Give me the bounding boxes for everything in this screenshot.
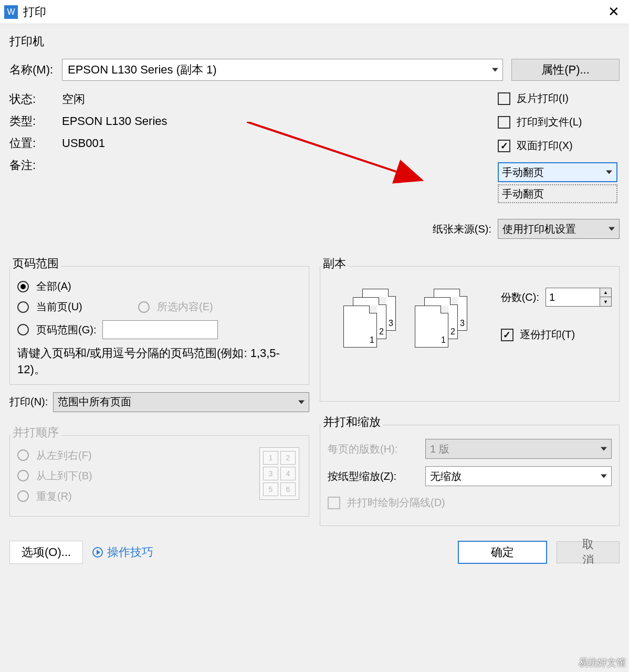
type-value: EPSON L130 Series xyxy=(62,114,167,128)
copies-input[interactable]: 1 xyxy=(546,288,600,307)
paper-source-label: 纸张来源(S): xyxy=(433,222,491,236)
play-icon xyxy=(92,547,103,558)
order-preview-icon: 123456 xyxy=(259,447,299,500)
draw-divider-checkbox: 并打时绘制分隔线(D) xyxy=(328,496,612,510)
spinner-down-icon[interactable]: ▼ xyxy=(600,297,611,306)
tofile-label: 打印到文件(L) xyxy=(517,115,582,129)
note-label: 备注: xyxy=(9,158,62,173)
radio-icon xyxy=(17,301,29,313)
copies-spinner[interactable]: ▲▼ xyxy=(600,288,612,307)
status-value: 空闲 xyxy=(62,91,85,107)
ok-button[interactable]: 确定 xyxy=(458,541,547,564)
order-repeat-radio: 重复(R) xyxy=(17,489,301,503)
radio-icon xyxy=(17,449,29,461)
zoom-header: 并打和缩放 xyxy=(321,414,383,430)
scale-to-paper-dropdown[interactable]: 无缩放 xyxy=(425,466,612,486)
name-label: 名称(M): xyxy=(9,62,62,78)
range-selection-radio: 所选内容(E) xyxy=(138,300,213,314)
duplex-mode-dropdown[interactable]: 手动翻页 xyxy=(498,162,617,182)
chevron-down-icon xyxy=(609,227,615,231)
paper-source-value: 使用打印机设置 xyxy=(502,222,576,236)
chevron-down-icon xyxy=(601,447,607,451)
order-ttb-radio: 从上到下(B) xyxy=(17,469,301,483)
range-current-radio[interactable]: 当前页(U) xyxy=(17,300,138,314)
copies-header: 副本 xyxy=(321,256,348,271)
checkbox-icon xyxy=(498,140,510,152)
chevron-down-icon xyxy=(606,171,612,174)
radio-icon xyxy=(17,470,29,481)
collate-checkbox[interactable]: 逐份打印(T) xyxy=(501,328,612,342)
radio-icon xyxy=(138,301,150,313)
radio-icon xyxy=(17,281,29,292)
location-label: 位置: xyxy=(9,135,62,151)
duplex-mode-option[interactable]: 手动翻页 xyxy=(498,184,617,203)
titlebar: W 打印 ✕ xyxy=(0,0,629,24)
printer-name-dropdown[interactable]: EPSON L130 Series (副本 1) xyxy=(62,59,503,81)
order-ltr-radio: 从左到右(F) xyxy=(17,448,301,463)
location-value: USB001 xyxy=(62,136,105,150)
print-what-dropdown[interactable]: 范围中所有页面 xyxy=(53,392,309,412)
checkbox-icon xyxy=(498,92,510,105)
print-what-label: 打印(N): xyxy=(9,395,48,409)
chevron-down-icon xyxy=(298,400,305,404)
mirror-print-checkbox[interactable]: 反片打印(I) xyxy=(498,91,620,106)
close-button[interactable]: ✕ xyxy=(603,4,625,20)
copies-label: 份数(C): xyxy=(501,290,539,304)
type-label: 类型: xyxy=(9,113,62,129)
checkbox-icon xyxy=(328,497,340,509)
order-header: 并打顺序 xyxy=(11,425,61,440)
chevron-down-icon xyxy=(601,475,607,478)
pages-per-sheet-dropdown: 1 版 xyxy=(425,439,612,459)
range-header: 页码范围 xyxy=(11,256,61,271)
range-pages-radio[interactable]: 页码范围(G): xyxy=(17,320,301,339)
printer-header: 打印机 xyxy=(9,34,620,49)
properties-button[interactable]: 属性(P)... xyxy=(511,59,620,81)
range-all-radio[interactable]: 全部(A) xyxy=(17,279,301,293)
duplex-label: 双面打印(X) xyxy=(517,139,573,153)
app-icon: W xyxy=(4,5,18,19)
print-to-file-checkbox[interactable]: 打印到文件(L) xyxy=(498,115,620,129)
chevron-down-icon xyxy=(492,68,498,72)
pps-label: 每页的版数(H): xyxy=(328,442,425,456)
mirror-label: 反片打印(I) xyxy=(517,91,569,106)
window-title: 打印 xyxy=(23,4,603,20)
checkbox-icon xyxy=(501,329,513,341)
paper-source-dropdown[interactable]: 使用打印机设置 xyxy=(498,219,620,239)
cancel-button[interactable]: 取消 xyxy=(557,541,620,563)
spinner-up-icon[interactable]: ▲ xyxy=(600,288,611,297)
range-hint: 请键入页码和/或用逗号分隔的页码范围(例如: 1,3,5-12)。 xyxy=(17,345,301,378)
radio-icon xyxy=(17,324,29,335)
scale-label: 按纸型缩放(Z): xyxy=(328,469,425,484)
tips-link[interactable]: 操作技巧 xyxy=(92,544,448,560)
status-label: 状态: xyxy=(9,91,62,107)
checkbox-icon xyxy=(498,116,510,129)
printer-name-value: EPSON L130 Series (副本 1) xyxy=(68,62,217,78)
duplex-checkbox[interactable]: 双面打印(X) xyxy=(498,139,620,153)
duplex-mode-value: 手动翻页 xyxy=(502,165,544,180)
options-button[interactable]: 选项(O)... xyxy=(9,541,83,564)
pages-input[interactable] xyxy=(102,320,218,339)
radio-icon xyxy=(17,490,29,502)
